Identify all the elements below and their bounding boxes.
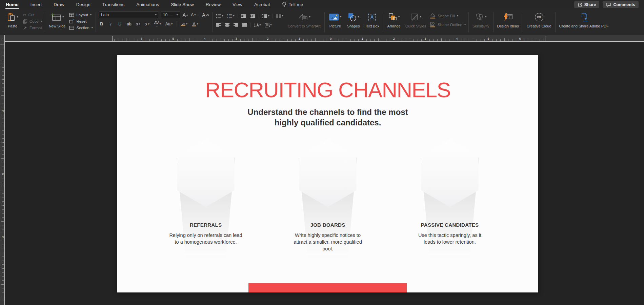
card-row: REFERRALS Relying only on referrals can …: [117, 140, 538, 252]
align-right-button[interactable]: [233, 22, 239, 28]
create-share-pdf-button[interactable]: Create and Share Adobe PDF: [558, 11, 610, 29]
sensitivity-button[interactable]: ▾ Sensitivity: [471, 11, 490, 29]
text-direction-button[interactable]: ▾: [253, 22, 262, 28]
align-text-button[interactable]: ▾: [264, 22, 273, 28]
paste-dropdown-chevron[interactable]: ▾: [17, 16, 18, 18]
format-brush-icon: [23, 25, 27, 30]
font-name-select[interactable]: Lato ▾: [99, 12, 159, 18]
underline-button[interactable]: U: [117, 21, 123, 27]
menu-view[interactable]: View: [232, 0, 243, 9]
layout-button[interactable]: Layout ▾: [69, 12, 93, 18]
menu-transitions[interactable]: Transitions: [102, 0, 125, 9]
hruler-number: 2: [267, 37, 268, 40]
text-box-button[interactable]: Text Box: [364, 11, 380, 29]
numbering-button[interactable]: ▾: [226, 13, 235, 19]
justify-button[interactable]: [242, 22, 248, 28]
grow-font-button[interactable]: A▾: [182, 12, 188, 18]
character-spacing-button[interactable]: AV↔ ▾: [154, 21, 162, 27]
create-share-pdf-label: Create and Share Adobe PDF: [559, 24, 609, 28]
decrease-indent-button[interactable]: [240, 13, 247, 19]
convert-smartart-button[interactable]: ▾ Convert to SmartArt: [287, 11, 322, 29]
card-description[interactable]: Write highly specific notices to attract…: [290, 232, 365, 252]
italic-button[interactable]: I: [108, 21, 114, 27]
menu-insert[interactable]: Insert: [30, 0, 42, 9]
line-spacing-button[interactable]: ▾: [261, 13, 270, 19]
char-spacing-chevron: ▾: [160, 23, 161, 25]
ribbon: ▾ Paste ✂ Cut Copy ▾ F: [0, 9, 644, 35]
new-slide-label: New Slide: [49, 24, 66, 28]
menu-draw[interactable]: Draw: [53, 0, 65, 9]
slide[interactable]: RECRUITING CHANNELS Understand the chann…: [117, 55, 538, 292]
menu-acrobat[interactable]: Acrobat: [254, 0, 270, 9]
menu-animations[interactable]: Animations: [136, 0, 159, 9]
text-direction-chevron: ▾: [260, 24, 261, 26]
shape-outline-button[interactable]: Shape Outline ▾: [430, 22, 466, 27]
quick-styles-button[interactable]: ▾ Quick Styles: [404, 11, 427, 29]
layout-icon: [69, 13, 74, 17]
section-button[interactable]: Section ▾: [69, 25, 93, 30]
arrange-button[interactable]: ▾ Arrange: [386, 11, 402, 29]
design-ideas-icon: [503, 13, 513, 21]
clear-formatting-button[interactable]: A: [201, 12, 209, 18]
hruler-number: 1: [361, 37, 363, 40]
card-title[interactable]: JOB BOARDS: [310, 222, 345, 228]
hruler-number: 0: [330, 37, 331, 40]
share-icon: [578, 2, 582, 7]
bold-button[interactable]: B: [99, 21, 105, 27]
slide-title[interactable]: RECRUITING CHANNELS: [117, 78, 538, 102]
quick-styles-label: Quick Styles: [405, 24, 426, 28]
picture-button[interactable]: ▾ Picture: [327, 11, 343, 29]
card-description[interactable]: Use this tactic sparingly, as it leads t…: [412, 232, 487, 245]
card-title[interactable]: PASSIVE CANDIDATES: [421, 222, 479, 228]
change-case-button[interactable]: Aa▾: [165, 21, 173, 27]
increase-indent-button[interactable]: [249, 13, 256, 19]
highlight-color-button[interactable]: ▾: [180, 21, 188, 27]
menu-design[interactable]: Design: [76, 0, 91, 9]
menu-slide-show[interactable]: Slide Show: [170, 0, 194, 9]
format-painter-button[interactable]: Format: [23, 25, 42, 30]
card-job-boards: JOB BOARDS Write highly specific notices…: [292, 140, 363, 252]
new-slide-button[interactable]: ▾ New Slide: [48, 11, 67, 29]
comments-button[interactable]: Comments: [603, 1, 639, 8]
creative-cloud-icon: ∞: [535, 13, 543, 21]
strikethrough-button[interactable]: ab: [126, 21, 132, 27]
columns-button[interactable]: ▾: [275, 13, 284, 19]
reset-button[interactable]: Reset: [69, 18, 93, 24]
font-color-button[interactable]: A ▾: [191, 21, 199, 27]
share-button[interactable]: Share: [574, 1, 600, 8]
copy-button[interactable]: Copy ▾: [23, 18, 42, 24]
horizontal-ruler[interactable]: 6543210123456: [0, 35, 644, 42]
ribbon-divider: [259, 14, 259, 18]
align-left-button[interactable]: [215, 22, 222, 28]
accent-bar[interactable]: [248, 283, 407, 292]
ribbon-divider: [45, 12, 45, 32]
shape-fill-button[interactable]: Shape Fill ▾: [430, 13, 466, 19]
shapes-button[interactable]: ▾ Shapes: [346, 11, 361, 29]
scissors-icon: ✂: [23, 13, 26, 17]
creative-cloud-button[interactable]: ∞ Creative Cloud: [526, 11, 552, 29]
shrink-font-button[interactable]: A▾: [190, 12, 196, 18]
shrink-caret-icon: ▾: [194, 14, 196, 16]
new-slide-chevron[interactable]: ▾: [62, 16, 64, 18]
vruler-number: 3: [1, 78, 4, 80]
superscript-button[interactable]: x2: [135, 21, 141, 27]
cut-button[interactable]: ✂ Cut: [23, 12, 42, 18]
font-size-select[interactable]: 10.... ▾: [161, 12, 180, 18]
ribbon-divider: [523, 12, 523, 32]
slide-subtitle[interactable]: Understand the channels to find the most…: [246, 107, 409, 128]
bullets-button[interactable]: ▾: [215, 13, 224, 19]
vruler-number: 2: [1, 236, 4, 238]
card-description[interactable]: Relying only on referrals can lead to a …: [168, 232, 243, 245]
subscript-button[interactable]: x2: [144, 21, 150, 27]
paste-button[interactable]: ▾ Paste: [5, 11, 20, 29]
italic-glyph: I: [110, 22, 112, 27]
arrange-icon: [388, 13, 397, 21]
vertical-ruler[interactable]: 3210123: [0, 35, 5, 305]
menu-home[interactable]: Home: [5, 0, 19, 9]
card-title[interactable]: REFERRALS: [190, 222, 222, 228]
tell-me[interactable]: Tell me: [282, 0, 304, 9]
design-ideas-button[interactable]: Design Ideas: [496, 11, 520, 29]
shrink-font-glyph: A: [191, 13, 194, 17]
align-center-button[interactable]: [224, 22, 230, 28]
menu-review[interactable]: Review: [205, 0, 221, 9]
